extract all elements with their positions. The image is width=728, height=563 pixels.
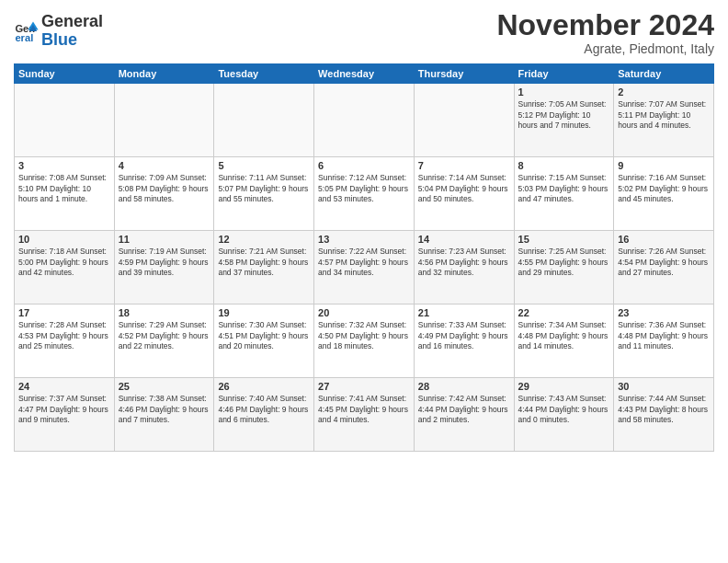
calendar-cell: 25Sunrise: 7:38 AM Sunset: 4:46 PM Dayli… <box>114 378 214 452</box>
calendar-cell: 4Sunrise: 7:09 AM Sunset: 5:08 PM Daylig… <box>114 157 214 231</box>
calendar-cell: 27Sunrise: 7:41 AM Sunset: 4:45 PM Dayli… <box>314 378 415 452</box>
day-number: 6 <box>318 160 410 171</box>
calendar-cell: 23Sunrise: 7:36 AM Sunset: 4:48 PM Dayli… <box>614 304 714 378</box>
day-number: 7 <box>418 160 510 171</box>
day-info: Sunrise: 7:29 AM Sunset: 4:52 PM Dayligh… <box>119 320 210 351</box>
day-info: Sunrise: 7:18 AM Sunset: 5:00 PM Dayligh… <box>18 247 110 278</box>
calendar-cell: 22Sunrise: 7:34 AM Sunset: 4:48 PM Dayli… <box>514 304 614 378</box>
calendar-cell <box>15 84 115 157</box>
day-number: 28 <box>418 381 510 392</box>
calendar-cell: 26Sunrise: 7:40 AM Sunset: 4:46 PM Dayli… <box>214 378 314 452</box>
calendar-cell: 10Sunrise: 7:18 AM Sunset: 5:00 PM Dayli… <box>15 231 115 304</box>
calendar-cell: 12Sunrise: 7:21 AM Sunset: 4:58 PM Dayli… <box>214 231 314 304</box>
day-info: Sunrise: 7:43 AM Sunset: 4:44 PM Dayligh… <box>518 394 610 425</box>
calendar-cell <box>314 84 415 157</box>
calendar-cell: 15Sunrise: 7:25 AM Sunset: 4:55 PM Dayli… <box>514 231 614 304</box>
weekday-header: Sunday <box>15 64 115 84</box>
calendar-cell: 6Sunrise: 7:12 AM Sunset: 5:05 PM Daylig… <box>314 157 415 231</box>
day-number: 23 <box>618 307 710 318</box>
calendar-cell: 14Sunrise: 7:23 AM Sunset: 4:56 PM Dayli… <box>414 231 514 304</box>
logo: Gen eral General Blue <box>14 13 103 50</box>
day-number: 17 <box>18 307 110 318</box>
calendar-cell: 29Sunrise: 7:43 AM Sunset: 4:44 PM Dayli… <box>514 378 614 452</box>
day-info: Sunrise: 7:42 AM Sunset: 4:44 PM Dayligh… <box>418 394 510 425</box>
day-info: Sunrise: 7:19 AM Sunset: 4:59 PM Dayligh… <box>119 247 210 278</box>
logo-icon: Gen eral <box>14 18 40 44</box>
calendar-cell: 16Sunrise: 7:26 AM Sunset: 4:54 PM Dayli… <box>614 231 714 304</box>
day-info: Sunrise: 7:26 AM Sunset: 4:54 PM Dayligh… <box>618 247 710 278</box>
day-number: 20 <box>318 307 410 318</box>
day-number: 11 <box>119 234 210 245</box>
day-info: Sunrise: 7:32 AM Sunset: 4:50 PM Dayligh… <box>318 320 410 351</box>
calendar-cell: 1Sunrise: 7:05 AM Sunset: 5:12 PM Daylig… <box>514 84 614 157</box>
day-number: 13 <box>318 234 410 245</box>
day-info: Sunrise: 7:11 AM Sunset: 5:07 PM Dayligh… <box>218 173 310 204</box>
weekday-header: Friday <box>514 64 614 84</box>
day-info: Sunrise: 7:14 AM Sunset: 5:04 PM Dayligh… <box>418 173 510 204</box>
calendar-cell: 18Sunrise: 7:29 AM Sunset: 4:52 PM Dayli… <box>114 304 214 378</box>
day-number: 24 <box>18 381 110 392</box>
day-info: Sunrise: 7:44 AM Sunset: 4:43 PM Dayligh… <box>618 394 710 425</box>
weekday-header: Saturday <box>614 64 714 84</box>
day-number: 14 <box>418 234 510 245</box>
calendar-cell: 30Sunrise: 7:44 AM Sunset: 4:43 PM Dayli… <box>614 378 714 452</box>
calendar-cell: 3Sunrise: 7:08 AM Sunset: 5:10 PM Daylig… <box>15 157 115 231</box>
day-number: 1 <box>518 86 610 98</box>
day-info: Sunrise: 7:37 AM Sunset: 4:47 PM Dayligh… <box>18 394 110 425</box>
calendar-cell: 28Sunrise: 7:42 AM Sunset: 4:44 PM Dayli… <box>414 378 514 452</box>
day-number: 16 <box>618 234 710 245</box>
day-number: 18 <box>119 307 210 318</box>
day-info: Sunrise: 7:05 AM Sunset: 5:12 PM Dayligh… <box>518 99 610 131</box>
day-number: 29 <box>518 381 610 392</box>
weekday-header: Monday <box>114 64 214 84</box>
day-info: Sunrise: 7:33 AM Sunset: 4:49 PM Dayligh… <box>418 320 510 351</box>
day-number: 26 <box>218 381 310 392</box>
weekday-header: Tuesday <box>214 64 314 84</box>
calendar-cell: 7Sunrise: 7:14 AM Sunset: 5:04 PM Daylig… <box>414 157 514 231</box>
day-info: Sunrise: 7:07 AM Sunset: 5:11 PM Dayligh… <box>618 99 710 131</box>
day-info: Sunrise: 7:38 AM Sunset: 4:46 PM Dayligh… <box>119 394 210 425</box>
title-block: November 2024 Agrate, Piedmont, Italy <box>496 9 714 56</box>
calendar-cell: 9Sunrise: 7:16 AM Sunset: 5:02 PM Daylig… <box>614 157 714 231</box>
day-number: 10 <box>18 234 110 245</box>
day-number: 22 <box>518 307 610 318</box>
day-number: 19 <box>218 307 310 318</box>
calendar-cell: 8Sunrise: 7:15 AM Sunset: 5:03 PM Daylig… <box>514 157 614 231</box>
calendar-cell: 24Sunrise: 7:37 AM Sunset: 4:47 PM Dayli… <box>15 378 115 452</box>
day-info: Sunrise: 7:12 AM Sunset: 5:05 PM Dayligh… <box>318 173 410 204</box>
day-info: Sunrise: 7:22 AM Sunset: 4:57 PM Dayligh… <box>318 247 410 278</box>
calendar-table: SundayMondayTuesdayWednesdayThursdayFrid… <box>14 63 714 452</box>
day-number: 4 <box>119 160 210 171</box>
day-info: Sunrise: 7:15 AM Sunset: 5:03 PM Dayligh… <box>518 173 610 204</box>
day-info: Sunrise: 7:40 AM Sunset: 4:46 PM Dayligh… <box>218 394 310 425</box>
calendar-cell: 11Sunrise: 7:19 AM Sunset: 4:59 PM Dayli… <box>114 231 214 304</box>
day-info: Sunrise: 7:08 AM Sunset: 5:10 PM Dayligh… <box>18 173 110 204</box>
calendar-cell: 20Sunrise: 7:32 AM Sunset: 4:50 PM Dayli… <box>314 304 415 378</box>
day-number: 5 <box>218 160 310 171</box>
weekday-header: Wednesday <box>314 64 415 84</box>
calendar-cell: 2Sunrise: 7:07 AM Sunset: 5:11 PM Daylig… <box>614 84 714 157</box>
day-info: Sunrise: 7:28 AM Sunset: 4:53 PM Dayligh… <box>18 320 110 351</box>
logo-text: General Blue <box>41 13 103 50</box>
page-header: Gen eral General Blue November 2024 Agra… <box>14 9 714 56</box>
day-number: 3 <box>18 160 110 171</box>
calendar-cell <box>114 84 214 157</box>
day-number: 21 <box>418 307 510 318</box>
day-number: 25 <box>119 381 210 392</box>
day-info: Sunrise: 7:23 AM Sunset: 4:56 PM Dayligh… <box>418 247 510 278</box>
calendar-cell: 5Sunrise: 7:11 AM Sunset: 5:07 PM Daylig… <box>214 157 314 231</box>
calendar-cell: 17Sunrise: 7:28 AM Sunset: 4:53 PM Dayli… <box>15 304 115 378</box>
calendar-cell: 19Sunrise: 7:30 AM Sunset: 4:51 PM Dayli… <box>214 304 314 378</box>
day-info: Sunrise: 7:25 AM Sunset: 4:55 PM Dayligh… <box>518 247 610 278</box>
day-info: Sunrise: 7:41 AM Sunset: 4:45 PM Dayligh… <box>318 394 410 425</box>
day-number: 9 <box>618 160 710 171</box>
month-title: November 2024 <box>496 9 714 41</box>
calendar-cell: 21Sunrise: 7:33 AM Sunset: 4:49 PM Dayli… <box>414 304 514 378</box>
day-number: 8 <box>518 160 610 171</box>
svg-text:eral: eral <box>15 32 33 43</box>
day-info: Sunrise: 7:09 AM Sunset: 5:08 PM Dayligh… <box>119 173 210 204</box>
calendar-cell <box>214 84 314 157</box>
day-info: Sunrise: 7:30 AM Sunset: 4:51 PM Dayligh… <box>218 320 310 351</box>
location-subtitle: Agrate, Piedmont, Italy <box>496 41 714 56</box>
day-number: 12 <box>218 234 310 245</box>
